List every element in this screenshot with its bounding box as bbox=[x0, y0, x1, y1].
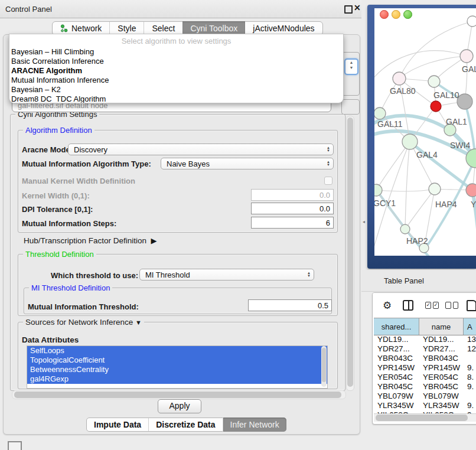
kernel-width-field[interactable] bbox=[251, 189, 334, 201]
tab-style-label: Style bbox=[118, 24, 136, 33]
algorithm-option[interactable]: Dream8 DC_TDC Algorithm bbox=[9, 94, 343, 103]
network-view-window: GAL GAL80 GAL10 GAL1 GAL11 GAL4 SWI4 GCY… bbox=[367, 5, 476, 269]
attr-list-item[interactable]: TopologicalCoefficient bbox=[27, 356, 327, 365]
network-canvas[interactable]: GAL GAL80 GAL10 GAL1 GAL11 GAL4 SWI4 GCY… bbox=[374, 8, 476, 256]
tab-infer-network[interactable]: Infer Network bbox=[223, 418, 286, 432]
columns-icon[interactable] bbox=[403, 300, 413, 311]
attr-list-item[interactable]: gal4RGexp bbox=[27, 374, 327, 384]
node-salmon[interactable] bbox=[466, 184, 476, 197]
settings-hscrollbar[interactable] bbox=[12, 390, 346, 399]
node-label: GAL10 bbox=[433, 90, 459, 100]
table-row[interactable]: YDR27...YDR27...12 bbox=[374, 344, 476, 354]
select-all-checkbox-icon[interactable]: ✓ bbox=[425, 302, 431, 309]
tab-network[interactable]: Network bbox=[53, 22, 109, 35]
node-gal80[interactable] bbox=[393, 72, 406, 85]
node-unlabeled-top[interactable] bbox=[467, 16, 476, 27]
node-hap4[interactable] bbox=[429, 183, 441, 195]
table-panel-title: Table Panel bbox=[384, 276, 424, 285]
deselect-all-checkbox-icon[interactable] bbox=[453, 302, 459, 309]
node-gal10[interactable] bbox=[428, 76, 440, 87]
node-hap2[interactable] bbox=[400, 224, 410, 234]
which-threshold-combo[interactable]: MI Threshold ▲▼ bbox=[139, 269, 314, 281]
sources-title[interactable]: Sources for Network Inference ▼ bbox=[23, 318, 144, 327]
algorithm-option-selected[interactable]: ARACNE Algorithm bbox=[9, 66, 343, 76]
control-panel-title: Control Panel bbox=[5, 5, 52, 14]
tab-discretize-data[interactable]: Discretize Data bbox=[148, 418, 222, 431]
network-labels: GAL GAL80 GAL10 GAL1 GAL11 GAL4 SWI4 GCY… bbox=[374, 64, 476, 246]
table-row[interactable]: YPR145WYPR145W9. bbox=[374, 363, 476, 373]
node-gal11[interactable] bbox=[374, 107, 386, 119]
gear-icon[interactable]: ⚙ bbox=[383, 299, 392, 312]
algorithm-option[interactable]: Mutual Information Inference bbox=[9, 76, 343, 85]
node-gal4[interactable] bbox=[402, 134, 418, 149]
table-row[interactable]: YLR345WYLR345W9. bbox=[374, 401, 476, 410]
column-header-shared-name[interactable]: shared... bbox=[374, 318, 419, 335]
node-label: GAL bbox=[462, 64, 476, 74]
mi-threshold-field[interactable] bbox=[248, 299, 332, 311]
table-toolbar: ⚙ ✓ ✓ bbox=[373, 293, 476, 318]
node-swi4[interactable] bbox=[466, 149, 476, 168]
tab-impute-data[interactable]: Impute Data bbox=[87, 418, 148, 431]
column-header-partial[interactable]: A bbox=[464, 318, 476, 335]
node-red[interactable] bbox=[431, 101, 441, 112]
aracne-mode-combo[interactable]: Discovery ▲▼ bbox=[68, 144, 334, 155]
table-row[interactable]: YBL079WYBL079W bbox=[374, 392, 476, 401]
manual-kernel-checkbox[interactable] bbox=[324, 177, 332, 185]
apply-button[interactable]: Apply bbox=[158, 399, 201, 413]
settings-vscroll-thumb[interactable] bbox=[347, 118, 353, 387]
table-row[interactable]: YER054CYER054C8. bbox=[374, 373, 476, 382]
table-row[interactable]: YBR045CYBR045C9. bbox=[374, 382, 476, 392]
hub-definition-toggle[interactable]: Hub/Transcription Factor Definition ▶ bbox=[24, 236, 157, 245]
splitter-handle[interactable]: ◂ bbox=[363, 219, 367, 224]
select-all-checkbox-icon[interactable]: ✓ bbox=[433, 302, 439, 309]
settings-hscroll-thumb[interactable] bbox=[14, 392, 341, 398]
which-threshold-value: MI Threshold bbox=[140, 270, 304, 279]
which-threshold-label: Which threshold to use: bbox=[51, 271, 138, 280]
table-page-icon[interactable] bbox=[467, 300, 476, 311]
float-window-icon[interactable] bbox=[344, 5, 353, 14]
tab-style[interactable]: Style bbox=[109, 22, 144, 35]
attr-list-vscroll-thumb[interactable] bbox=[322, 348, 326, 382]
table-hscroll-thumb[interactable] bbox=[376, 415, 468, 421]
table-hscrollbar[interactable] bbox=[374, 413, 476, 422]
tab-select[interactable]: Select bbox=[144, 22, 182, 35]
algorithm-option[interactable]: Bayesian – Hill Climbing bbox=[9, 47, 343, 57]
attr-list-item[interactable]: SelfLoops bbox=[27, 346, 327, 356]
collapsed-arrow-icon: ▶ bbox=[149, 236, 157, 245]
network-graph: GAL GAL80 GAL10 GAL1 GAL11 GAL4 SWI4 GCY… bbox=[374, 8, 476, 256]
combo-spinner-icon: ▲▼ bbox=[324, 146, 333, 152]
node-label: HAP4 bbox=[435, 200, 457, 209]
node-gray[interactable] bbox=[457, 94, 472, 109]
attr-list-vscrollbar[interactable] bbox=[321, 346, 327, 387]
tab-jactivemnodules[interactable]: jActiveMNodules bbox=[245, 22, 322, 35]
tab-discretize-data-label: Discretize Data bbox=[156, 420, 215, 429]
table-row[interactable]: YBR043CYBR043C bbox=[374, 354, 476, 363]
mi-type-label: Mutual Information Algorithm Type: bbox=[22, 159, 151, 168]
mi-steps-field[interactable] bbox=[251, 217, 334, 229]
node-label: GAL80 bbox=[390, 86, 416, 96]
dpi-tolerance-label: DPI Tolerance [0,1]: bbox=[22, 205, 93, 214]
tab-impute-data-label: Impute Data bbox=[94, 420, 141, 429]
combo-spinner-icon: ▲▼ bbox=[304, 272, 314, 278]
node-gcy1[interactable] bbox=[374, 184, 382, 196]
column-header-name[interactable]: name bbox=[419, 318, 464, 335]
bottom-tabbar: Impute Data Discretize Data Infer Networ… bbox=[86, 418, 286, 432]
algorithm-option[interactable]: Basic Correlation Inference bbox=[9, 57, 343, 66]
dpi-tolerance-field[interactable] bbox=[251, 203, 334, 214]
algorithm-definition-title: Algorithm Definition bbox=[23, 126, 94, 135]
algorithm-dropdown-placeholder: Select algorithm to view settings bbox=[9, 34, 343, 47]
table-row[interactable]: YDL19...YDL19...13 bbox=[374, 335, 476, 344]
deselect-all-checkbox-icon[interactable] bbox=[445, 302, 451, 309]
table-panel-titlebar: Table Panel bbox=[361, 270, 476, 292]
minimized-panel-icon[interactable] bbox=[8, 441, 22, 450]
node-gal-pink[interactable] bbox=[460, 50, 473, 63]
aracne-mode-label: Aracne Mode: bbox=[22, 145, 73, 154]
manual-kernel-label: Manual Kernel Width Definition bbox=[22, 177, 135, 185]
mi-threshold-definition-title: MI Threshold Definition bbox=[29, 283, 112, 292]
attr-list-item[interactable]: BetweennessCentrality bbox=[27, 365, 327, 374]
mi-type-combo[interactable]: Naive Bayes ▲▼ bbox=[161, 158, 334, 169]
algorithm-option[interactable]: Bayesian – K2 bbox=[9, 85, 343, 94]
close-icon[interactable]: ✕ bbox=[354, 3, 361, 12]
settings-vscrollbar[interactable] bbox=[346, 116, 354, 391]
node-label: HAP2 bbox=[406, 236, 428, 246]
